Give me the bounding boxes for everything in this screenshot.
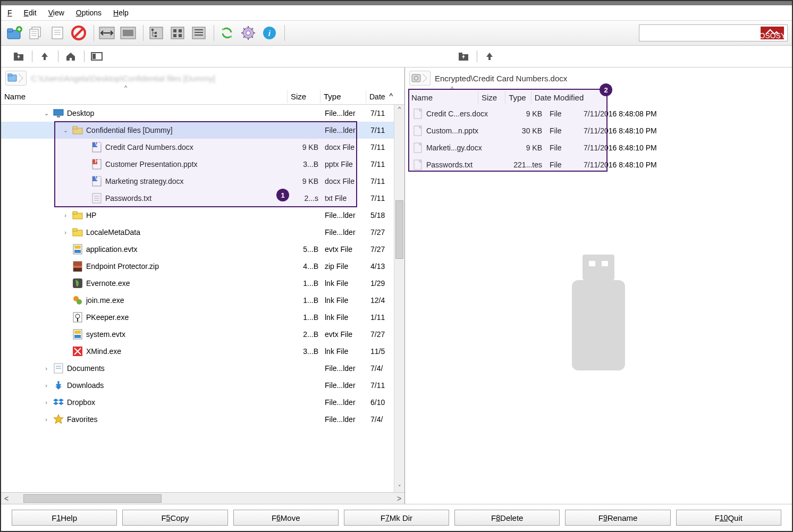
tree-row[interactable]: Passwords.txt2...stxt File7/11 xyxy=(1,190,394,207)
move-button[interactable]: F6 Move xyxy=(233,510,339,526)
left-addressbar[interactable]: C:\Users\Angela\Desktop\Confidential fil… xyxy=(1,67,404,89)
col-date-r[interactable]: Date Modified xyxy=(532,91,605,104)
copy-button[interactable]: F5 Copy xyxy=(122,510,227,526)
tree-row[interactable]: application.evtx5...Bevtx File7/27 xyxy=(1,241,394,258)
tree-row[interactable]: WMarketing strategy.docx9 KBdocx File7/1… xyxy=(1,173,394,190)
file-type: lnk File xyxy=(323,279,368,288)
file-name: Marketi...gy.docx xyxy=(426,143,482,152)
tree-row[interactable]: Endpoint Protector.zip4...Bzip File4/13 xyxy=(1,258,394,275)
tree-view-icon[interactable] xyxy=(147,23,166,43)
panel-toggle-icon[interactable] xyxy=(89,49,105,64)
file-size: 1...B xyxy=(290,296,323,305)
menu-edit[interactable]: Edit xyxy=(24,9,37,17)
file-name: application.evtx xyxy=(86,245,138,254)
file-date: 7/11 xyxy=(368,194,394,202)
rename-button[interactable]: F9 Rename xyxy=(565,510,670,526)
new-folder-icon[interactable] xyxy=(5,23,24,43)
file-name: system.evtx xyxy=(86,330,125,339)
delete-button[interactable]: F8 Delete xyxy=(454,510,560,526)
left-tree[interactable]: ^˅ ⌄DesktopFile...lder7/11⌄Confidential … xyxy=(1,105,404,492)
tree-row[interactable]: ›HPFile...lder5/18 xyxy=(1,207,394,224)
right-addressbar[interactable]: Encrypted\Credit Card Numbers.docx xyxy=(405,67,792,89)
list-row[interactable]: Custom...n.pptx30 KBFile7/11/2016 8:48:1… xyxy=(408,122,792,139)
root-icon[interactable] xyxy=(37,49,53,64)
expander-icon[interactable]: › xyxy=(62,212,69,218)
file-size: 9 KB xyxy=(290,177,323,185)
evtx-icon xyxy=(72,329,83,340)
file-date: 7/11 xyxy=(368,143,394,151)
menu-options[interactable]: Options xyxy=(76,9,102,17)
col-size-r[interactable]: Size xyxy=(478,91,505,104)
refresh-icon[interactable] xyxy=(217,23,237,43)
tree-row[interactable]: ›DownloadsFile...lder7/11 xyxy=(1,377,394,394)
evernote-icon xyxy=(72,278,83,289)
file-name: PKeeper.exe xyxy=(86,313,129,322)
tree-row[interactable]: ›FavoritesFile...lder7/4/ xyxy=(1,411,394,428)
file-date: 7/11 xyxy=(368,177,394,185)
up-folder-icon[interactable] xyxy=(11,49,27,64)
menu-view[interactable]: View xyxy=(48,9,64,17)
tree-row[interactable]: ⌄DesktopFile...lder7/11 xyxy=(1,105,394,122)
vscroll-left[interactable]: ^˅ xyxy=(394,105,404,492)
list-view-icon[interactable] xyxy=(189,23,208,43)
file-name: Custom...n.pptx xyxy=(426,126,478,135)
search-input[interactable]: COSOSYS xyxy=(639,24,788,41)
settings-icon[interactable] xyxy=(239,23,258,43)
tree-row[interactable]: PKeeper.exe1...Blnk File1/11 xyxy=(1,309,394,326)
expander-icon[interactable]: ⌄ xyxy=(62,127,69,134)
block-icon[interactable] xyxy=(69,23,88,43)
info-icon[interactable]: i xyxy=(260,23,279,43)
col-name[interactable]: Name xyxy=(1,90,288,103)
file-name: Downloads xyxy=(67,381,104,390)
col-type[interactable]: Type xyxy=(320,90,366,103)
quit-button[interactable]: F10 Quit xyxy=(676,510,781,526)
grid-view-icon[interactable] xyxy=(168,23,187,43)
svg-rect-99 xyxy=(572,280,625,370)
menu-help[interactable]: Help xyxy=(113,9,129,17)
col-size[interactable]: Size xyxy=(288,90,320,103)
tree-row[interactable]: ›LocaleMetaDataFile...lder7/27 xyxy=(1,224,394,241)
root-icon-right[interactable] xyxy=(482,49,497,64)
tree-row[interactable]: Evernote.exe1...Blnk File1/29 xyxy=(1,275,394,292)
tree-row[interactable]: WCredit Card Numbers.docx9 KBdocx File7/… xyxy=(1,139,394,156)
tree-row[interactable]: ›DropboxFile...lder6/10 xyxy=(1,394,394,411)
help-button[interactable]: F1 Help xyxy=(12,510,117,526)
subtoolbar xyxy=(1,46,792,67)
tree-row[interactable]: PCustomer Presentation.pptx3...Bpptx Fil… xyxy=(1,156,394,173)
list-row[interactable]: Passwords.txt221...tesFile7/11/2016 8:48… xyxy=(408,156,792,173)
svg-rect-4 xyxy=(30,29,38,39)
file-name: Credit C...ers.docx xyxy=(426,109,488,118)
swap-panes-icon[interactable] xyxy=(97,23,116,43)
paste-icon[interactable] xyxy=(48,23,67,43)
home-icon[interactable] xyxy=(63,49,79,64)
col-date[interactable]: Date^ xyxy=(366,90,404,103)
up-folder-icon-right[interactable] xyxy=(455,49,471,64)
list-row[interactable]: Credit C...ers.docx9 KBFile7/11/2016 8:4… xyxy=(408,105,792,122)
col-name-r[interactable]: Name xyxy=(408,91,478,104)
tree-row[interactable]: join.me.exe1...Blnk File12/4 xyxy=(1,292,394,309)
menu-file[interactable]: F xyxy=(7,9,12,17)
hscroll-left[interactable]: <> xyxy=(1,492,404,504)
tree-row[interactable]: XMind.exe3...Blnk File11/5 xyxy=(1,343,394,360)
right-content[interactable]: 2 Name Size Type Date Modified ^ Credit … xyxy=(405,89,792,504)
tree-row[interactable]: ›DocumentsFile...lder7/4/ xyxy=(1,360,394,377)
file-size: 9 KB xyxy=(509,143,546,152)
expander-icon[interactable]: › xyxy=(43,416,50,423)
expander-icon[interactable]: › xyxy=(62,229,69,235)
svg-rect-96 xyxy=(583,255,614,280)
list-row[interactable]: Marketi...gy.docx9 KBFile7/11/2016 8:48:… xyxy=(408,139,792,156)
col-type-r[interactable]: Type xyxy=(505,91,532,104)
file-size: 2...s xyxy=(290,194,323,202)
copy-icon[interactable] xyxy=(27,23,46,43)
tree-row[interactable]: ⌄Confidential files [Dummy]File...lder7/… xyxy=(1,122,394,139)
expander-icon[interactable]: ⌄ xyxy=(43,110,50,117)
mk-dir-button[interactable]: F7 Mk Dir xyxy=(344,510,449,526)
tree-row[interactable]: system.evtx2...Bevtx File7/27 xyxy=(1,326,394,343)
file-date: 7/11/2016 8:48:10 PM xyxy=(581,126,688,135)
expander-icon[interactable]: › xyxy=(43,382,50,389)
expander-icon[interactable]: › xyxy=(43,399,50,406)
folder-icon xyxy=(72,125,83,136)
single-pane-icon[interactable] xyxy=(119,23,138,43)
expander-icon[interactable]: › xyxy=(43,365,50,371)
file-type: File...lder xyxy=(323,398,368,407)
